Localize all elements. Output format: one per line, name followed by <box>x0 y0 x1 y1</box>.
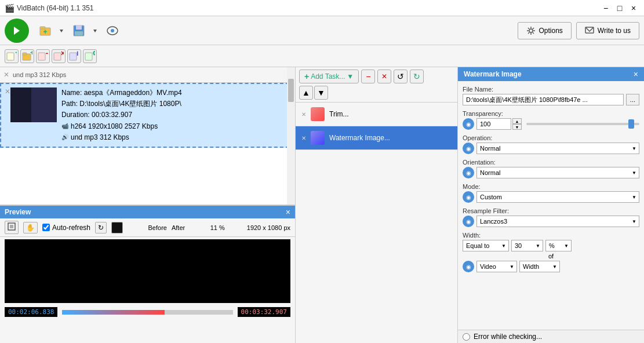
transparency-slider[interactable] <box>526 123 639 125</box>
preview-button[interactable] <box>103 21 122 40</box>
color-picker-button[interactable] <box>111 222 123 233</box>
write-to-us-label: Write to us <box>598 27 631 35</box>
orientation-select[interactable]: Normal Horizontal Flip Vertical Flip <box>476 167 639 178</box>
task-item-watermark[interactable]: ✕ Watermark Image... ➤ <box>296 126 457 150</box>
svg-line-17 <box>533 32 534 34</box>
file-name-label: File Name: <box>463 86 639 93</box>
width-group: Width: Equal to Greater than Less than 3… <box>463 232 639 272</box>
task-up-button[interactable]: ▲ <box>299 86 313 100</box>
file-name-2: Name: aespa《Armageddon》MV.mp4 <box>61 87 182 98</box>
task-close-2[interactable]: ✕ <box>301 135 306 141</box>
transparency-up[interactable]: ▲ <box>512 118 522 124</box>
mode-label: Mode: <box>463 183 639 190</box>
svg-marker-4 <box>60 30 63 32</box>
of-source-select[interactable]: Video Frame <box>476 261 517 272</box>
svg-text:+: + <box>43 28 47 36</box>
task-close-1[interactable]: ✕ <box>301 111 306 118</box>
preview-close-button[interactable]: × <box>286 207 290 217</box>
file-browse-button[interactable]: ... <box>626 94 639 105</box>
task-remove-all-button[interactable]: ✕ <box>377 70 391 83</box>
task-remove-button[interactable]: − <box>361 70 375 83</box>
operation-select[interactable]: Normal Multiply Screen Overlay <box>476 143 639 154</box>
transparency-spinner: ▲ ▼ <box>476 118 522 130</box>
resample-select[interactable]: Lanczos3 Bilinear Bicubic <box>476 216 639 227</box>
title-bar: 🎬 VidBatch (64-bit) 1.1 351 − □ × <box>0 0 644 16</box>
watermark-close-button[interactable]: × <box>634 70 638 79</box>
settings-file-button[interactable]: ⚙ <box>83 49 97 63</box>
preview-canvas <box>5 239 290 303</box>
minimize-button[interactable]: − <box>600 2 612 14</box>
auto-refresh-checkbox[interactable]: Auto-refresh <box>42 224 90 232</box>
hand-tool-button[interactable]: ✋ <box>23 222 38 233</box>
file-name-input[interactable] <box>463 94 624 105</box>
width-val-wrapper: 30 50 100 <box>511 240 543 251</box>
mode-select[interactable]: Custom Tile Stretch <box>476 191 639 203</box>
save-button[interactable] <box>70 21 88 40</box>
file-item-1[interactable]: ✕ und mp3 312 Kbps <box>0 67 295 83</box>
mode-icon: ◉ <box>463 191 474 203</box>
footer-error-label: Error while checking... <box>474 333 542 341</box>
task-item-trim[interactable]: ✕ Trim... <box>296 103 457 126</box>
of-label: of <box>463 253 639 260</box>
width-eq-select[interactable]: Equal to Greater than Less than <box>463 240 509 251</box>
resample-select-wrapper: Lanczos3 Bilinear Bicubic <box>476 216 639 227</box>
open-dropdown-button[interactable] <box>56 21 67 40</box>
remove-x-button[interactable]: × <box>52 49 66 63</box>
of-dim-select[interactable]: Width Height <box>519 261 560 272</box>
file-duration-2: Duration: 00:03:32.907 <box>61 110 182 121</box>
resolution-label: 1920 x 1080 px <box>247 224 290 231</box>
svg-marker-0 <box>14 27 20 35</box>
remove-button[interactable]: - <box>36 49 50 63</box>
resample-row: ◉ Lanczos3 Bilinear Bicubic <box>463 216 639 227</box>
resample-icon: ◉ <box>463 216 474 227</box>
transparency-input[interactable] <box>476 118 511 130</box>
svg-point-11 <box>529 29 533 32</box>
close-icon-1[interactable]: ✕ <box>3 71 9 79</box>
close-icon-2[interactable]: ✕ <box>5 87 10 96</box>
svg-rect-21 <box>7 53 14 60</box>
width-unit-select[interactable]: % px <box>545 240 572 251</box>
info-file-button[interactable]: i <box>67 49 81 63</box>
write-to-us-button[interactable]: Write to us <box>576 22 639 39</box>
task-down-button[interactable]: ▼ <box>314 86 328 100</box>
file-item-2[interactable]: ✕ Name: aespa《Armageddon》MV.mp4 Path: D:… <box>0 83 295 148</box>
svg-rect-32 <box>85 53 92 60</box>
svg-text:+: + <box>15 51 17 57</box>
svg-rect-30 <box>70 53 77 60</box>
close-button[interactable]: × <box>628 2 639 14</box>
add-file-button[interactable]: + <box>5 49 19 63</box>
task-undo-button[interactable]: ↺ <box>394 70 407 83</box>
file-list[interactable]: ✕ und mp3 312 Kbps ✕ Name: aespa《Armaged… <box>0 67 295 205</box>
play-button[interactable] <box>5 19 29 43</box>
add-folder-button[interactable]: + <box>20 49 34 63</box>
refresh-button[interactable]: ↻ <box>95 222 107 233</box>
file-list-scrollbar[interactable] <box>287 67 295 205</box>
main-toolbar: + <box>0 16 644 45</box>
audio-icon: 🔊 <box>61 133 68 142</box>
app-title: VidBatch (64-bit) 1.1 351 <box>17 4 600 12</box>
of-source-wrapper: Video Frame <box>476 261 517 272</box>
error-radio[interactable] <box>463 333 470 341</box>
svg-rect-28 <box>54 53 61 60</box>
progress-bar[interactable] <box>62 310 232 315</box>
file-thumbnail <box>10 87 57 122</box>
transparency-group: Transparency: ◉ ▲ ▼ <box>463 110 639 130</box>
width-val-select[interactable]: 30 50 100 <box>511 240 543 251</box>
task-redo-button[interactable]: ↻ <box>410 70 424 83</box>
nav-arrows: ▲ ▼ <box>299 86 328 100</box>
task-label-watermark: Watermark Image... <box>329 134 390 142</box>
footer-bar: Error while checking... <box>458 330 644 343</box>
maximize-button[interactable]: □ <box>614 2 625 14</box>
save-dropdown-button[interactable] <box>89 21 101 40</box>
open-button[interactable]: + <box>36 21 54 40</box>
width-eq-wrapper: Equal to Greater than Less than <box>463 240 509 251</box>
transparency-down[interactable]: ▼ <box>512 124 522 130</box>
operation-label: Operation: <box>463 134 639 141</box>
of-row: ◉ Video Frame Width Height <box>463 261 639 272</box>
resample-label: Resample Filter: <box>463 207 639 214</box>
task-icon-watermark <box>311 131 325 145</box>
zoom-fit-button[interactable] <box>5 221 19 234</box>
svg-rect-7 <box>75 31 83 35</box>
add-task-button[interactable]: + Add Task... ▼ <box>299 70 359 83</box>
options-button[interactable]: Options <box>518 22 572 39</box>
